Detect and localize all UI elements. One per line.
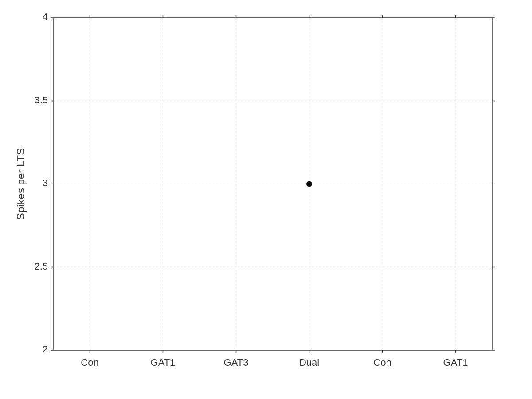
svg-text:Spikes per LTS: Spikes per LTS [15, 148, 27, 220]
svg-text:3.5: 3.5 [34, 94, 48, 106]
svg-text:2.5: 2.5 [34, 261, 48, 272]
chart-container: 22.533.54ConGAT1GAT3DualConGAT1Spikes pe… [0, 0, 532, 399]
svg-text:Con: Con [373, 357, 391, 368]
svg-text:Dual: Dual [299, 357, 319, 368]
svg-point-49 [307, 181, 312, 187]
chart-svg: 22.533.54ConGAT1GAT3DualConGAT1Spikes pe… [0, 0, 532, 399]
svg-text:4: 4 [43, 11, 48, 22]
svg-text:GAT1: GAT1 [443, 357, 468, 368]
svg-text:GAT1: GAT1 [151, 357, 176, 368]
svg-text:Con: Con [81, 357, 98, 368]
svg-text:3: 3 [43, 177, 48, 188]
svg-text:GAT3: GAT3 [224, 357, 249, 368]
svg-text:2: 2 [43, 344, 48, 355]
